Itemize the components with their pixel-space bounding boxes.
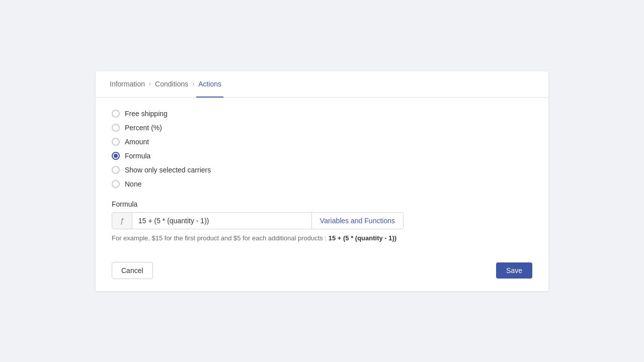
radio-none[interactable]: None <box>112 180 532 188</box>
radio-input-show-carriers[interactable] <box>112 166 120 174</box>
radio-label-show-carriers: Show only selected carriers <box>125 166 211 174</box>
radio-amount[interactable]: Amount <box>112 138 532 146</box>
tabs-nav: Information › Conditions › Actions <box>96 71 548 98</box>
formula-input-row: ƒ Variables and Functions <box>112 212 404 229</box>
radio-group: Free shipping Percent (%) Amount Formula… <box>112 110 532 188</box>
radio-input-none[interactable] <box>112 180 120 188</box>
radio-formula[interactable]: Formula <box>112 152 532 160</box>
radio-label-formula: Formula <box>125 152 150 160</box>
formula-section: Formula ƒ Variables and Functions For ex… <box>112 200 532 242</box>
formula-hint-prefix: For example, $15 for the first product a… <box>112 234 329 242</box>
content-area: Free shipping Percent (%) Amount Formula… <box>96 98 548 254</box>
formula-hint: For example, $15 for the first product a… <box>112 234 532 242</box>
variables-functions-button[interactable]: Variables and Functions <box>311 213 403 229</box>
tab-information-label: Information <box>110 80 145 88</box>
radio-label-percent: Percent (%) <box>125 124 162 132</box>
radio-percent[interactable]: Percent (%) <box>112 124 532 132</box>
tab-conditions[interactable]: Conditions <box>153 71 190 97</box>
main-card: Information › Conditions › Actions Free … <box>96 71 548 291</box>
formula-section-label: Formula <box>112 200 532 208</box>
radio-input-formula[interactable] <box>112 152 120 160</box>
radio-input-amount[interactable] <box>112 138 120 146</box>
tab-actions-label: Actions <box>198 80 221 88</box>
chevron-icon-1: › <box>149 80 151 87</box>
formula-hint-formula: 15 + (5 * (quantity - 1)) <box>329 234 396 242</box>
chevron-icon-2: › <box>192 80 194 87</box>
radio-free-shipping[interactable]: Free shipping <box>112 110 532 118</box>
tab-information[interactable]: Information <box>108 71 147 97</box>
save-button[interactable]: Save <box>496 262 532 279</box>
radio-label-amount: Amount <box>125 138 149 146</box>
formula-icon: ƒ <box>112 213 132 229</box>
cancel-button[interactable]: Cancel <box>112 262 153 279</box>
radio-input-percent[interactable] <box>112 124 120 132</box>
footer: Cancel Save <box>96 254 548 291</box>
radio-label-free-shipping: Free shipping <box>125 110 168 118</box>
radio-label-none: None <box>125 180 141 188</box>
formula-input[interactable] <box>132 213 311 229</box>
radio-input-free-shipping[interactable] <box>112 110 120 118</box>
radio-show-carriers[interactable]: Show only selected carriers <box>112 166 532 174</box>
tab-actions[interactable]: Actions <box>196 71 223 97</box>
tab-conditions-label: Conditions <box>155 80 188 88</box>
